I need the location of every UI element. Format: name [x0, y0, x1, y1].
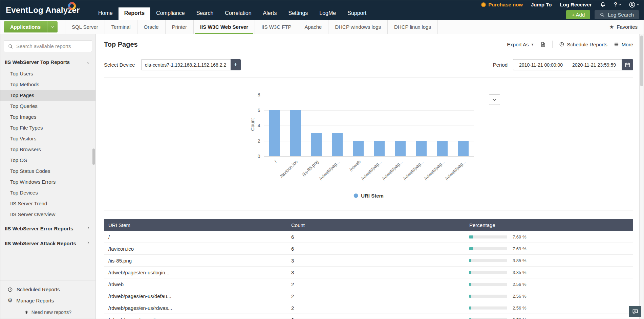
- nav-logme[interactable]: LogMe: [314, 7, 342, 20]
- nav-home[interactable]: Home: [92, 7, 119, 20]
- cell-percentage: 3.85 %: [465, 270, 633, 275]
- sidebar-scrollbar[interactable]: [92, 149, 95, 165]
- nav-search[interactable]: Search: [191, 7, 219, 20]
- chevron-down-icon[interactable]: [47, 21, 58, 32]
- sidebar-item-top-methods[interactable]: Top Methods: [0, 79, 95, 90]
- bar-0-root[interactable]: [269, 110, 280, 157]
- tab-apache[interactable]: Apache: [298, 20, 328, 34]
- bar-1-favicon-ico[interactable]: [290, 110, 301, 157]
- jump-to-link[interactable]: Jump To: [531, 2, 552, 7]
- scrollbar-thumb[interactable]: [640, 36, 643, 86]
- bar-7-rdweb-pag[interactable]: [416, 141, 427, 157]
- clock-icon: [559, 42, 564, 47]
- bar-6-rdweb-pag[interactable]: [395, 141, 406, 157]
- calendar-icon: [625, 62, 630, 68]
- sidebar-item-top-queries[interactable]: Top Queries: [0, 101, 95, 112]
- add-device-button[interactable]: +: [231, 59, 241, 70]
- column-header-count[interactable]: Count: [287, 222, 465, 228]
- purchase-now-link[interactable]: Purchase now: [481, 2, 523, 7]
- nav-correlation[interactable]: Correlation: [219, 7, 257, 20]
- nav-compliance[interactable]: Compliance: [150, 7, 190, 20]
- schedule-reports-button[interactable]: Schedule Reports: [559, 42, 607, 47]
- scheduled-reports-link[interactable]: Scheduled Reports: [0, 284, 95, 295]
- table-row[interactable]: /favicon.ico67.69 %: [104, 243, 633, 255]
- column-header-percentage[interactable]: Percentage: [465, 222, 633, 228]
- bar-2-iis-85-png[interactable]: [311, 133, 322, 156]
- table-row[interactable]: /rdweb/pages/en-us/defau...22.56 %: [104, 290, 633, 302]
- sidebar-item-top-images[interactable]: Top Images: [0, 112, 95, 122]
- section-iis-webserver-top-reports[interactable]: IIS WebServer Top Reports: [0, 53, 95, 68]
- export-settings-button[interactable]: [540, 42, 546, 47]
- sidebar-item-top-pages[interactable]: Top Pages: [0, 90, 95, 101]
- nav-settings[interactable]: Settings: [283, 7, 314, 20]
- device-select[interactable]: ela-centos7-1,192.168.2.1,192.168.2.2: [141, 59, 231, 70]
- favorites-button[interactable]: ★ Favorites: [609, 24, 638, 30]
- nav-reports[interactable]: Reports: [119, 7, 150, 20]
- applications-dropdown[interactable]: Applications: [4, 21, 58, 32]
- tab-sql-server[interactable]: SQL Server: [65, 20, 105, 34]
- table-row[interactable]: /rdweb/pages/en-us/tswa...22.56 %: [104, 314, 633, 319]
- bar-8-rdweb-pag[interactable]: [437, 141, 448, 157]
- chart-legend[interactable]: URI Stem: [353, 193, 384, 199]
- bar-chart: Count 02468//favicon.ico/iis-85.png/rdwe…: [264, 95, 474, 156]
- tab-dhcp-windows-logs[interactable]: DHCP windows logs: [328, 20, 387, 34]
- notifications-bell-icon[interactable]: [600, 2, 606, 7]
- star-icon: ★: [609, 24, 614, 29]
- table-row[interactable]: /rdweb22.56 %: [104, 278, 633, 290]
- sidebar-item-top-status-codes[interactable]: Top Status Codes: [0, 166, 95, 177]
- tab-oracle[interactable]: Oracle: [137, 20, 165, 34]
- tab-terminal[interactable]: Terminal: [105, 20, 137, 34]
- log-receiver-link[interactable]: Log Receiver: [560, 2, 592, 7]
- sidebar-item-top-visitors[interactable]: Top Visitors: [0, 133, 95, 144]
- sidebar-item-iis-server-overview[interactable]: IIS Server Overview: [0, 209, 95, 220]
- purchase-now-label: Purchase now: [488, 2, 523, 7]
- nav-support[interactable]: Support: [342, 7, 372, 20]
- sidebar-item-top-browsers[interactable]: Top Browsers: [0, 144, 95, 155]
- manage-reports-link[interactable]: ⚙ Manage Reports: [0, 295, 95, 306]
- bar-3-rdweb-pag[interactable]: [332, 133, 343, 156]
- section-iis-webserver-error-reports[interactable]: IIS WebServer Error Reports: [0, 220, 95, 235]
- tab-printer[interactable]: Printer: [165, 20, 193, 34]
- sidebar-item-top-os[interactable]: Top OS: [0, 155, 95, 166]
- period-range[interactable]: 2010-11-21 00:00:00 2020-11-21 23:59:59: [513, 59, 622, 70]
- export-as-dropdown[interactable]: Export As ▾: [507, 42, 533, 47]
- percentage-bar: [469, 271, 507, 274]
- chart-options-dropdown[interactable]: [489, 94, 500, 105]
- column-header-uri-stem[interactable]: URI Stem: [104, 222, 287, 228]
- chat-feedback-button[interactable]: [629, 306, 641, 317]
- sidebar-item-top-users[interactable]: Top Users: [0, 68, 95, 79]
- need-new-reports-link[interactable]: Need new reports?: [0, 306, 95, 317]
- sidebar-item-iis-server-trend[interactable]: IIS Server Trend: [0, 198, 95, 209]
- scheduled-reports-label: Scheduled Reports: [17, 287, 60, 292]
- sidebar-item-top-devices[interactable]: Top Devices: [0, 187, 95, 198]
- bar-4-rdweb[interactable]: [353, 141, 364, 157]
- log-search-button[interactable]: Log Search: [595, 10, 639, 19]
- user-profile-menu[interactable]: [629, 1, 639, 8]
- table-row[interactable]: /rdweb/pages/en-us/rdwas...22.56 %: [104, 302, 633, 314]
- bar-5-rdweb-pag[interactable]: [374, 141, 385, 157]
- need-new-reports-label: Need new reports?: [31, 310, 71, 315]
- nav-alerts[interactable]: Alerts: [257, 7, 283, 20]
- section-iis-webserver-attack-reports[interactable]: IIS WebServer Attack Reports: [0, 235, 95, 250]
- bar-9-rdweb-pag[interactable]: [458, 141, 469, 157]
- add-button[interactable]: + Add: [566, 10, 590, 19]
- table-row[interactable]: /iis-85.png33.85 %: [104, 255, 633, 267]
- sidebar-item-top-windows-errors[interactable]: Top Windows Errors: [0, 177, 95, 187]
- table-row[interactable]: /67.69 %: [104, 231, 633, 243]
- cell-percentage: 2.56 %: [465, 305, 633, 311]
- more-button[interactable]: More: [614, 42, 633, 47]
- calendar-button[interactable]: [622, 59, 633, 70]
- help-menu[interactable]: ?: [614, 1, 621, 8]
- tab-iis-w3c-web-server[interactable]: IIS W3C Web Server: [193, 20, 255, 34]
- page-scrollbar[interactable]: [639, 34, 644, 319]
- tab-dhcp-linux-logs[interactable]: DHCP linux logs: [387, 20, 438, 34]
- y-tick-label: 6: [258, 108, 260, 113]
- sidebar-item-top-file-types[interactable]: Top File Types: [0, 122, 95, 133]
- manage-reports-label: Manage Reports: [16, 298, 54, 303]
- app-logo[interactable]: EventLog Analyzer: [0, 0, 92, 20]
- table-row[interactable]: /rdweb/pages/en-us/login...33.85 %: [104, 267, 633, 278]
- y-axis-label: Count: [250, 118, 255, 131]
- search-input[interactable]: [16, 43, 88, 49]
- report-search-box[interactable]: [4, 40, 92, 52]
- tab-iis-w3c-ftp[interactable]: IIS W3C FTP: [255, 20, 298, 34]
